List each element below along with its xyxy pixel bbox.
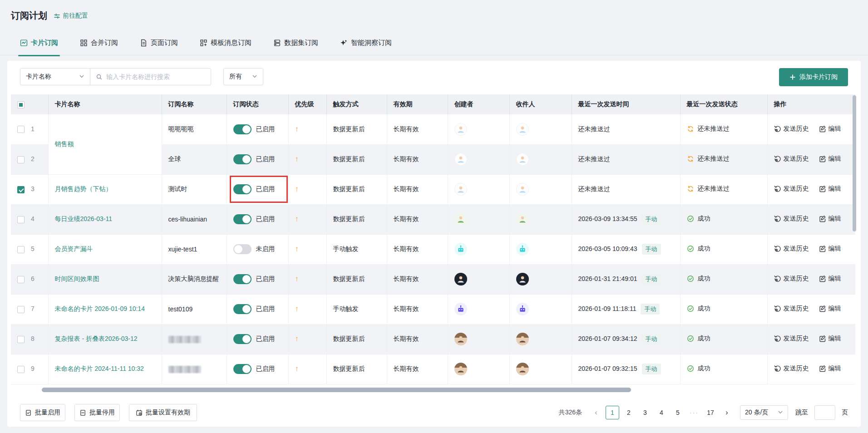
manual-tag: 手动 [642, 274, 661, 285]
subscription-toggle[interactable] [233, 184, 252, 194]
chevron-down-icon [778, 409, 783, 416]
tab-template-message-subscription[interactable]: 模板消息订阅 [200, 30, 252, 55]
card-name-link[interactable]: 月销售趋势（下钻） [55, 185, 112, 192]
row-checkbox[interactable] [17, 156, 25, 163]
send-history-button[interactable]: 发送历史 [774, 335, 809, 343]
send-history-button[interactable]: 发送历史 [774, 364, 809, 373]
row-checkbox[interactable] [17, 186, 25, 193]
subscription-name: xujie-test1 [168, 246, 197, 253]
subscription-toggle[interactable] [233, 154, 252, 164]
vertical-scrollbar-thumb[interactable] [853, 95, 856, 231]
page-button-17[interactable]: 17 [704, 406, 717, 419]
subscription-toggle[interactable] [233, 364, 252, 374]
next-page-button[interactable]: › [720, 406, 734, 419]
edit-button[interactable]: 编辑 [819, 155, 841, 163]
creator-avatar [454, 153, 467, 166]
card-name-link[interactable]: 会员资产漏斗 [55, 245, 93, 252]
batch-set-validity-button[interactable]: 批量设置有效期 [129, 404, 197, 421]
subscription-toggle[interactable] [233, 124, 252, 134]
priority-up-icon: ↑ [295, 275, 299, 283]
select-all-checkbox[interactable] [17, 101, 25, 108]
card-name-link[interactable]: 复杂报表 - 折叠表2026-03-12 [55, 335, 138, 342]
search-icon [96, 74, 103, 80]
page-size-select[interactable]: 20 条/页 [740, 405, 788, 420]
manual-tag: 手动 [642, 244, 661, 255]
table-header-row: 卡片名称 订阅名称 订阅状态 优先级 触发方式 有效期 创建者 收件人 最近一次… [11, 94, 855, 114]
card-name-link[interactable]: 时间区间效果图 [55, 275, 99, 282]
send-history-button[interactable]: 发送历史 [774, 245, 809, 253]
row-checkbox[interactable] [17, 246, 25, 253]
batch-enable-button[interactable]: 批量启用 [20, 404, 65, 421]
send-history-button[interactable]: 发送历史 [774, 185, 809, 193]
edit-button[interactable]: 编辑 [819, 215, 841, 223]
row-checkbox[interactable] [17, 366, 25, 373]
page-ellipsis[interactable]: ··· [687, 406, 701, 419]
horizontal-scrollbar-thumb[interactable] [42, 388, 631, 392]
row-checkbox[interactable] [17, 276, 25, 283]
tab-page-subscription[interactable]: 页面订阅 [140, 30, 178, 55]
page-button-5[interactable]: 5 [671, 406, 685, 419]
edit-button[interactable]: 编辑 [819, 305, 841, 313]
success-icon [687, 305, 694, 312]
subscription-toggle[interactable] [233, 304, 252, 314]
content-card: 卡片名称 所有 添加卡片订阅 卡片名称 订阅名称 订阅状态 优先级 [7, 61, 861, 427]
add-card-subscription-button[interactable]: 添加卡片订阅 [779, 68, 848, 86]
row-checkbox[interactable] [17, 306, 25, 313]
chevron-down-icon [79, 73, 84, 80]
page-button-4[interactable]: 4 [655, 406, 668, 419]
subscription-toggle[interactable] [233, 214, 252, 224]
row-checkbox[interactable] [17, 126, 25, 133]
page-button-3[interactable]: 3 [638, 406, 652, 419]
card-name-link[interactable]: 未命名的卡片 2024-11-11 10:32 [55, 365, 144, 372]
tab-card-subscription[interactable]: 卡片订阅 [20, 30, 58, 55]
edit-button[interactable]: 编辑 [819, 125, 841, 133]
batch-disable-button[interactable]: 批量停用 [74, 404, 120, 421]
subscription-toggle[interactable] [233, 244, 252, 254]
edit-icon [819, 215, 826, 222]
table-row: 5 会员资产漏斗 xujie-test1 未启用 ↑ 手动触发 长期有效 202… [11, 234, 855, 264]
search-field-select[interactable]: 卡片名称 [20, 69, 90, 85]
row-checkbox[interactable] [17, 216, 25, 223]
table-row: 1 销售额 呃呃呃呃 已启用 ↑ 数据更新后 长期有效 还未推送过 还未推送过 … [11, 114, 855, 144]
subscription-toggle[interactable] [233, 274, 252, 284]
edit-button[interactable]: 编辑 [819, 335, 841, 343]
edit-button[interactable]: 编辑 [819, 185, 841, 193]
subscription-name: ces-lihuainian [168, 216, 207, 223]
scope-select[interactable]: 所有 [223, 68, 263, 85]
page-button-2[interactable]: 2 [622, 406, 636, 419]
page-button-1[interactable]: 1 [606, 406, 619, 419]
manual-tag: 手动 [641, 304, 660, 315]
send-history-button[interactable]: 发送历史 [774, 155, 809, 163]
send-history-button[interactable]: 发送历史 [774, 125, 809, 133]
card-name-link[interactable]: 未命名的卡片 2026-01-09 10:14 [55, 305, 145, 312]
tab-insight-subscription[interactable]: 智能洞察订阅 [340, 30, 392, 55]
history-icon [774, 275, 781, 282]
send-history-button[interactable]: 发送历史 [774, 305, 809, 313]
success-icon [687, 215, 694, 222]
redacted-subscription-name [168, 366, 201, 373]
tab-dataset-subscription[interactable]: 数据集订阅 [273, 30, 318, 55]
edit-button[interactable]: 编辑 [819, 245, 841, 253]
row-checkbox[interactable] [17, 336, 25, 343]
recipient-avatar [516, 213, 529, 226]
table-row: 8 复杂报表 - 折叠表2026-03-12 已启用 ↑ 数据更新后 长期有效 … [11, 324, 855, 354]
sliders-icon [54, 13, 60, 20]
edit-icon [819, 275, 826, 282]
priority-up-icon: ↑ [295, 185, 299, 193]
recipient-avatar [516, 273, 529, 285]
send-history-button[interactable]: 发送历史 [774, 215, 809, 223]
subscription-toggle[interactable] [233, 334, 252, 344]
redacted-subscription-name [168, 336, 201, 343]
recipient-avatar [516, 243, 529, 256]
edit-button[interactable]: 编辑 [819, 364, 841, 373]
edit-button[interactable]: 编辑 [819, 275, 841, 283]
tab-merge-subscription[interactable]: 合并订阅 [80, 30, 118, 55]
send-history-button[interactable]: 发送历史 [774, 275, 809, 283]
card-name-link[interactable]: 销售额 [55, 140, 74, 148]
card-name-link[interactable]: 每日业绩2026-03-11 [55, 215, 113, 222]
prev-page-button[interactable]: ‹ [589, 406, 603, 419]
go-to-config-link[interactable]: 前往配置 [54, 12, 88, 20]
jump-to-page-input[interactable] [814, 405, 835, 420]
table-row: 7 未命名的卡片 2026-01-09 10:14 test0109 已启用 ↑… [11, 294, 855, 324]
search-input[interactable] [106, 73, 205, 80]
